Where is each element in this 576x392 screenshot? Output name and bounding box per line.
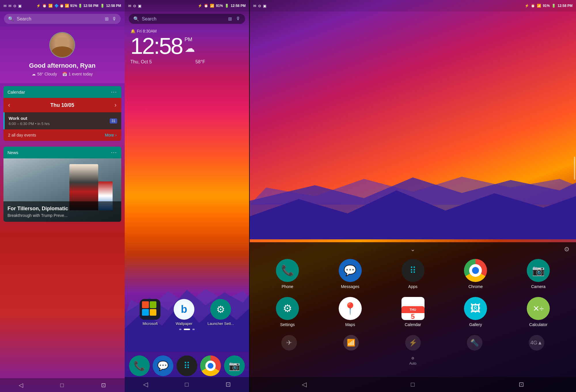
settings-top-btn[interactable]: ⚙ [564, 246, 570, 253]
quick-wifi[interactable]: 📶 [320, 335, 382, 351]
signal-4g-icon: 4G▲ [529, 335, 544, 351]
dock-camera[interactable]: 📷 [224, 355, 245, 376]
clock-date: Thu, Oct 5 [130, 59, 152, 65]
battery-level: 🔷 ⏰ 📶 91% 🔋 12:58 PM [54, 4, 98, 8]
calc-label: Calculator [529, 322, 547, 327]
time-c: 12:58 PM [231, 4, 246, 8]
search-bar-left[interactable]: 🔍 Search ⊞ 🎙 [4, 14, 121, 24]
dock-chrome[interactable] [200, 355, 221, 376]
battery-icon: 🔋 [100, 4, 105, 8]
app-launcher-settings[interactable]: ⚙ Launcher Sett... [208, 299, 234, 326]
home-mic-icon[interactable]: 🎙 [236, 16, 240, 22]
calendar-label: Calendar [405, 322, 421, 327]
expand-icon[interactable]: ⊞ [105, 16, 109, 22]
clock-status: 12:58 PM [106, 4, 121, 8]
status-bar-right: ✉ ⊖ ▣ ⚡ ⏰ 📶 91% 🔋 12:58 PM [250, 0, 576, 12]
page-dots [179, 329, 195, 330]
bell-icon: 🔔 [130, 29, 135, 33]
greeting-text: Good afternoon, Ryan [29, 62, 96, 69]
home-expand-icon[interactable]: ⊞ [228, 16, 232, 22]
brightness-label: Auto [409, 361, 416, 366]
clock-temp: 58°F [196, 59, 205, 65]
news-menu-icon[interactable]: ··· [111, 149, 117, 156]
panel-left: ✉ ✉ ⊖ ▣ ⚡ ⏰ 📶 🔷 ⏰ 📶 91% 🔋 12:58 PM 🔋 12:… [0, 0, 125, 392]
camera-label: Camera [531, 284, 545, 289]
microsoft-label: Microsoft [143, 321, 158, 326]
event-title: Work out [9, 116, 50, 121]
status-bar-left: ✉ ✉ ⊖ ▣ ⚡ ⏰ 📶 🔷 ⏰ 📶 91% 🔋 12:58 PM 🔋 12:… [0, 0, 125, 12]
nav-bar-right: ◁ □ ⊡ [250, 377, 576, 392]
launcher-label: Launcher Sett... [208, 321, 234, 326]
alarm-time: Fri 8:30AM [137, 29, 157, 33]
avatar-face [50, 32, 74, 58]
calendar-icon: 📅 [62, 72, 67, 76]
app-item-settings[interactable]: ⚙ Settings [258, 297, 317, 327]
back-btn-right[interactable]: ◁ [302, 381, 307, 388]
chrome-label: Chrome [468, 284, 483, 289]
home-btn-right[interactable]: □ [411, 381, 414, 388]
events-info: 📅 1 event today [62, 72, 93, 76]
bt-r-icon: ⚡ [525, 4, 529, 8]
mail-c-icon: ✉ [128, 4, 131, 8]
panel-right: ✉ ⊖ ▣ ⚡ ⏰ 📶 91% 🔋 12:58 PM ⌄ ⚙ 📞 [250, 0, 576, 392]
app-item-drawer[interactable]: ⠿ Apps [384, 259, 442, 289]
brightness-icon[interactable]: ⚙ [411, 356, 414, 360]
app-item-calendar[interactable]: THU 5 Calendar [384, 297, 442, 327]
app-item-camera[interactable]: 📷 Camera [509, 259, 567, 289]
home-search-bar[interactable]: 🔍 Search ⊞ 🎙 [129, 14, 245, 24]
phone-label: Phone [282, 284, 293, 289]
calendar-event: Work out 6:00 – 6:30 PM • in 5 hrs 31 [3, 112, 121, 129]
clock-hours: 12:58 [130, 35, 182, 58]
back-btn-center[interactable]: ◁ [143, 381, 148, 388]
news-title-overlay: For Tillerson, Diplomatic Breakthrough w… [3, 201, 121, 222]
profile-meta: ☁ 58° Cloudy 📅 1 event today [32, 72, 93, 76]
app-drawer-icon: ⠿ [401, 259, 425, 282]
app-item-messages[interactable]: 💬 Messages [321, 259, 379, 289]
event-info: Work out 6:00 – 6:30 PM • in 5 hrs [9, 116, 50, 126]
chevron-down-icon: ⌄ [410, 246, 415, 253]
calendar-prev-button[interactable]: ‹ [8, 101, 10, 109]
app-wallpaper[interactable]: b Wallpaper [174, 299, 194, 326]
chevron-right-icon: › [115, 133, 117, 137]
status-icons-right-left: ✉ ⊖ ▣ [253, 4, 266, 8]
recent-btn-right[interactable]: ⊡ [519, 381, 524, 388]
recent-btn-center[interactable]: ⊡ [226, 381, 231, 388]
time-r: 12:58 PM [558, 4, 573, 8]
app-microsoft[interactable]: Microsoft [140, 299, 160, 326]
event-badge: 31 [110, 118, 117, 124]
search-text: Search [17, 16, 102, 22]
dock-phone[interactable]: 📞 [129, 355, 150, 376]
calendar-next-button[interactable]: › [114, 101, 116, 109]
calendar-widget: Calendar ··· ‹ Thu 10/05 › Work out 6:00… [3, 86, 121, 141]
clock-widget: 🔔 Fri 8:30AM 12:58 PM ☁ Thu, Oct 5 58°F [130, 29, 205, 65]
app-drawer-label: Apps [408, 284, 418, 289]
airplane-icon: ✈ [281, 335, 297, 351]
back-button[interactable]: ◁ [19, 382, 23, 389]
home-btn-center[interactable]: □ [185, 381, 189, 388]
status-info-center-right: ⚡ ⏰ 📶 91% 🔋 12:58 PM [198, 4, 246, 8]
quick-bluetooth[interactable]: ⚡ [382, 335, 444, 351]
ampm-weather: PM ☁ [185, 37, 195, 54]
app-item-chrome[interactable]: Chrome [446, 259, 505, 289]
home-button[interactable]: □ [60, 382, 64, 389]
recent-button[interactable]: ⊡ [101, 382, 106, 389]
mail2-icon: ✉ [8, 4, 12, 8]
minus-r-icon: ⊖ [258, 4, 261, 8]
mic-icon[interactable]: 🎙 [112, 16, 117, 22]
app-item-phone[interactable]: 📞 Phone [258, 259, 317, 289]
quick-flashlight[interactable]: 🔦 [444, 335, 506, 351]
quick-4g[interactable]: 4G▲ [505, 335, 567, 351]
app-item-calc[interactable]: ✕÷ Calculator [509, 297, 567, 327]
dock-messages[interactable]: 💬 [153, 355, 173, 376]
nav-bar-left: ◁ □ ⊡ [0, 378, 125, 392]
widget-menu-icon[interactable]: ··· [111, 89, 117, 95]
dock-apps[interactable]: ⠿ [177, 355, 197, 376]
status-info-right: ⚡ ⏰ 📶 🔷 ⏰ 📶 91% 🔋 12:58 PM 🔋 12:58 PM [36, 4, 121, 8]
battery-c-icon: 🔋 [225, 4, 229, 8]
settings-label: Settings [280, 322, 295, 327]
news-widget-header: News ··· [3, 147, 121, 158]
more-link[interactable]: More › [105, 133, 117, 137]
app-item-gallery[interactable]: 🖼 Gallery [446, 297, 505, 327]
app-item-maps[interactable]: 📍 Maps [321, 297, 379, 327]
quick-airplane[interactable]: ✈ [258, 335, 320, 351]
